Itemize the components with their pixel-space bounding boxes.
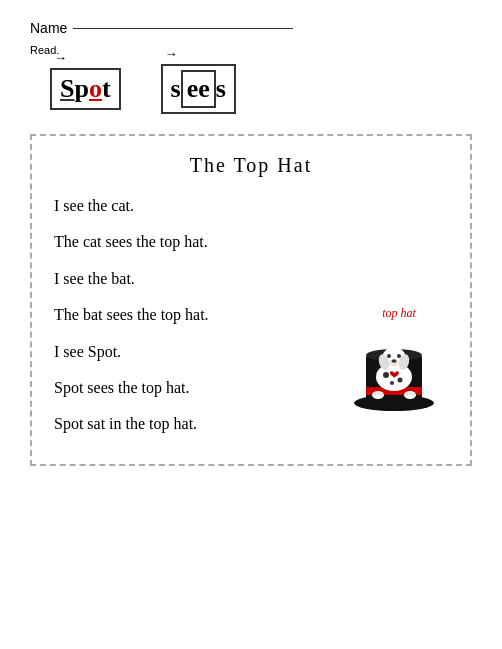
spot-letter-S: S — [60, 74, 74, 104]
sees-arrow: → — [165, 46, 178, 62]
spot-word-box: S p o t — [50, 68, 121, 110]
svg-point-6 — [383, 372, 389, 378]
spot-arrow: → — [54, 50, 67, 66]
svg-point-7 — [398, 378, 403, 383]
sees-letters-ee: ee — [181, 70, 216, 108]
spot-letter-p: p — [74, 74, 88, 104]
spot-letter-t: t — [102, 74, 111, 104]
svg-point-21 — [406, 393, 409, 396]
name-underline — [73, 28, 293, 29]
read-label: Read. — [30, 44, 472, 56]
svg-point-8 — [390, 381, 394, 385]
sees-word-container: → s ee s — [161, 64, 236, 114]
story-area: The Top Hat I see the cat. The cat sees … — [30, 134, 472, 466]
name-row: Name — [30, 20, 472, 36]
svg-point-22 — [409, 392, 412, 395]
svg-point-12 — [397, 354, 401, 358]
story-line-2: The cat sees the top hat. — [54, 231, 448, 253]
svg-point-23 — [412, 393, 415, 396]
sees-word-box: s ee s — [161, 64, 236, 114]
illustration: top hat — [344, 306, 454, 426]
svg-point-18 — [374, 393, 377, 396]
spot-letter-o: o — [89, 74, 102, 104]
svg-point-11 — [387, 354, 391, 358]
svg-point-19 — [377, 392, 380, 395]
word-boxes-row: → S p o t → s ee s — [30, 64, 472, 114]
illustration-label: top hat — [344, 306, 454, 321]
name-label: Name — [30, 20, 67, 36]
hat-dog-svg — [344, 325, 444, 425]
story-line-3: I see the bat. — [54, 268, 448, 290]
sees-letter-s1: s — [171, 74, 181, 104]
spot-word-container: → S p o t — [50, 68, 121, 110]
story-title: The Top Hat — [54, 154, 448, 177]
page: Name Read. → S p o t → s ee s The — [0, 0, 502, 649]
story-line-1: I see the cat. — [54, 195, 448, 217]
sees-letter-s2: s — [216, 74, 226, 104]
svg-point-20 — [380, 393, 383, 396]
svg-point-15 — [392, 359, 397, 363]
